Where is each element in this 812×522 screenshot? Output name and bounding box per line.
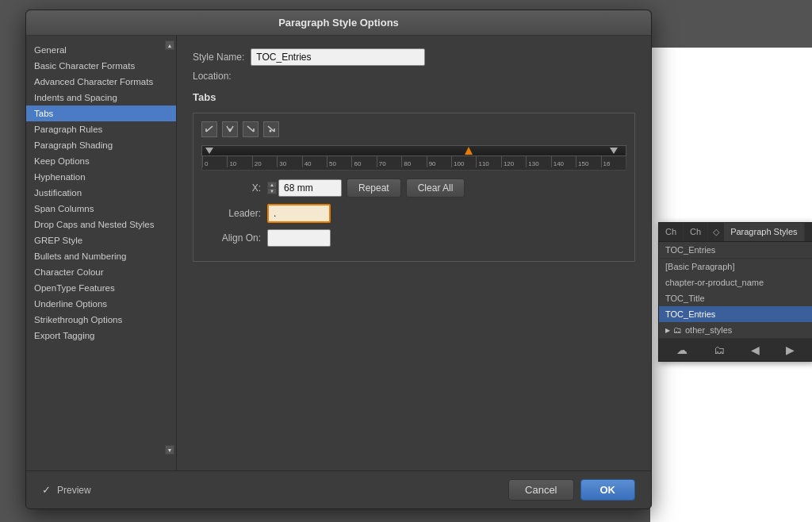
paragraph-styles-panel: Ch Ch ◇ Paragraph Styles TOC_Entries [Ba… — [658, 222, 812, 362]
ruler-number-140: 140 — [551, 156, 576, 167]
panel-item-basic-para[interactable]: [Basic Paragraph] — [659, 259, 812, 274]
svg-line-0 — [206, 126, 213, 132]
ruler-marker-orange[interactable] — [465, 147, 473, 155]
sidebar-scroll-down[interactable]: ▼ — [165, 445, 174, 455]
panel-current-style: TOC_Entries — [659, 242, 812, 259]
preview-checkbox-label[interactable]: ✓ Preview — [42, 484, 91, 496]
sidebar-item-tabs[interactable]: Tabs — [26, 106, 176, 121]
ruler-number-130: 130 — [526, 156, 550, 167]
paragraph-style-options-dialog: Paragraph Style Options ▲ GeneralBasic C… — [25, 10, 652, 509]
sidebar-item-opentype[interactable]: OpenType Features — [26, 280, 176, 296]
panel-tab-more-icon[interactable]: ◇ — [708, 223, 724, 241]
panel-cloud-icon[interactable]: ☁ — [676, 344, 688, 356]
sidebar-item-para-rules[interactable]: Paragraph Rules — [26, 121, 176, 137]
folder-icon: 🗂 — [673, 325, 682, 335]
tab-icons-row — [201, 121, 626, 137]
panel-next-icon[interactable]: ▶ — [786, 344, 795, 356]
sidebar-item-export[interactable]: Export Tagging — [26, 328, 176, 344]
x-decrement-btn[interactable]: ▼ — [267, 188, 277, 194]
ruler-number-120: 120 — [501, 156, 526, 167]
ruler-number-50: 50 — [327, 156, 351, 167]
preview-label: Preview — [57, 485, 91, 496]
tab-decimal-align-icon[interactable] — [263, 121, 279, 137]
sidebar-item-advanced-char[interactable]: Advanced Character Formats — [26, 74, 176, 90]
sidebar-item-span-columns[interactable]: Span Columns — [26, 201, 176, 217]
style-name-input[interactable] — [251, 48, 425, 66]
ruler-number-60: 60 — [351, 156, 376, 167]
sidebar-item-drop-caps[interactable]: Drop Caps and Nested Styles — [26, 217, 176, 232]
svg-point-9 — [270, 130, 272, 132]
ruler-number-110: 110 — [476, 156, 500, 167]
sidebar-item-char-colour[interactable]: Character Colour — [26, 264, 176, 280]
panel-item-toc-title[interactable]: TOC_Title — [659, 290, 812, 306]
style-name-row: Style Name: — [193, 48, 635, 66]
panel-item-toc-entries[interactable]: TOC_Entries — [659, 306, 812, 322]
leader-label: Leader: — [201, 208, 261, 219]
sidebar-item-indents[interactable]: Indents and Spacing — [26, 90, 176, 106]
ruler-number-40: 40 — [302, 156, 327, 167]
panel-prev-icon[interactable]: ◀ — [751, 344, 760, 356]
sidebar-nav: ▲ GeneralBasic Character FormatsAdvanced… — [26, 36, 177, 470]
panel-tab-ch1[interactable]: Ch — [659, 223, 684, 241]
panel-tab-ch2[interactable]: Ch — [684, 223, 708, 241]
sidebar-item-grep-style[interactable]: GREP Style — [26, 232, 176, 248]
panel-tab-paragraph-styles[interactable]: Paragraph Styles — [724, 223, 804, 241]
checkmark-icon: ✓ — [42, 484, 51, 496]
tab-center-align-icon[interactable] — [222, 121, 238, 137]
sidebar-item-basic-char[interactable]: Basic Character Formats — [26, 58, 176, 74]
tab-right-align-icon[interactable] — [243, 121, 259, 137]
ruler-number-10: 10 — [227, 156, 251, 167]
dialog-title: Paragraph Style Options — [278, 17, 399, 29]
repeat-button[interactable]: Repeat — [347, 178, 401, 198]
dialog-footer: ✓ Preview Cancel OK — [26, 470, 651, 509]
sidebar-list: GeneralBasic Character FormatsAdvanced C… — [26, 39, 176, 344]
sidebar-item-justification[interactable]: Justification — [26, 185, 176, 201]
sidebar-item-para-shading[interactable]: Paragraph Shading — [26, 137, 176, 153]
align-on-field-row: Align On: — [201, 229, 626, 247]
cancel-button[interactable]: Cancel — [508, 479, 573, 501]
sidebar-item-hyphenation[interactable]: Hyphenation — [26, 169, 176, 185]
sidebar-item-strikethrough[interactable]: Strikethrough Options — [26, 312, 176, 328]
ruler-number-90: 90 — [427, 156, 451, 167]
sidebar-item-underline[interactable]: Underline Options — [26, 296, 176, 312]
ruler-number-70: 70 — [377, 156, 401, 167]
panel-tabs: Ch Ch ◇ Paragraph Styles — [659, 223, 812, 242]
align-on-input[interactable] — [267, 229, 331, 247]
ruler-number-100: 100 — [451, 156, 476, 167]
sidebar-item-general[interactable]: General — [26, 42, 176, 58]
panel-item-other-styles[interactable]: ▶🗂other_styles — [659, 322, 812, 338]
align-on-label: Align On: — [201, 232, 261, 244]
dialog-titlebar: Paragraph Style Options — [26, 10, 651, 36]
ok-button[interactable]: OK — [580, 479, 636, 501]
ruler-number-0: 0 — [202, 156, 227, 167]
clear-all-button[interactable]: Clear All — [406, 178, 465, 198]
sidebar-scroll-up[interactable]: ▲ — [165, 40, 174, 50]
sidebar-item-keep-options[interactable]: Keep Options — [26, 153, 176, 169]
x-input[interactable] — [278, 179, 342, 197]
ruler-marker-left[interactable] — [205, 148, 213, 154]
sidebar-item-bullets[interactable]: Bullets and Numbering — [26, 248, 176, 264]
svg-line-5 — [247, 126, 254, 132]
ruler-container: 010203040506070809010011012013014015016 — [201, 145, 626, 171]
ruler-scale[interactable]: 010203040506070809010011012013014015016 — [201, 156, 626, 171]
x-spinner-arrows: ▲ ▼ — [267, 182, 277, 194]
location-row: Location: — [193, 71, 635, 82]
panel-folder-icon[interactable]: 🗂 — [714, 344, 725, 356]
panel-item-chapter-name[interactable]: chapter-or-product_name — [659, 274, 812, 290]
x-increment-btn[interactable]: ▲ — [267, 182, 277, 188]
tabs-section: 010203040506070809010011012013014015016 … — [193, 113, 635, 262]
ruler-number-20: 20 — [252, 156, 277, 167]
style-name-label: Style Name: — [193, 52, 244, 63]
ruler-marker-right[interactable] — [610, 148, 618, 154]
ruler-track[interactable] — [201, 145, 626, 156]
panel-footer: ☁ 🗂 ◀ ▶ — [659, 338, 812, 361]
folder-expand-icon[interactable]: ▶ — [665, 327, 670, 334]
x-field-row: X: ▲ ▼ Repeat Clear All — [201, 178, 626, 198]
ruler-numbers: 010203040506070809010011012013014015016 — [202, 156, 626, 167]
leader-field-row: Leader: — [201, 204, 626, 223]
x-spinner: ▲ ▼ — [267, 179, 342, 197]
tab-left-align-icon[interactable] — [201, 121, 217, 137]
dialog-content: Style Name: Location: Tabs — [177, 36, 651, 470]
x-label: X: — [201, 182, 261, 194]
leader-input[interactable] — [267, 204, 331, 223]
